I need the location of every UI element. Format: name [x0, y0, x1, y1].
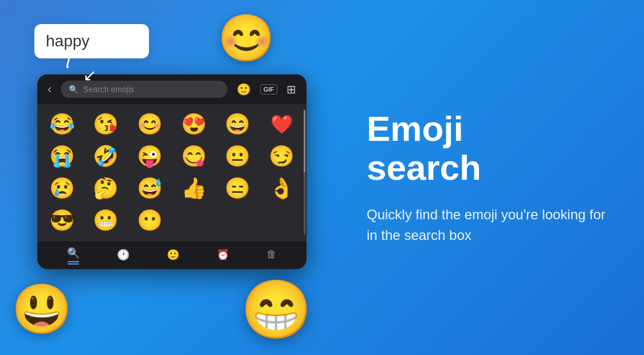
nav-delete-icon: 🗑	[266, 249, 277, 261]
emoji-cell[interactable]: 😏	[260, 141, 303, 172]
emoji-cell[interactable]: 😍	[172, 109, 215, 140]
search-icon: 🔍	[69, 85, 78, 94]
keyboard-panel: ‹ 🔍 Search emojis 🙂 GIF ⊞ 😂 😘 😊 😍 😄 ❤️ 😭…	[37, 74, 307, 269]
nav-smileys[interactable]: 🙂	[167, 249, 179, 261]
nav-search[interactable]: 🔍	[67, 247, 80, 262]
emoji-big-bottom: 😁	[241, 276, 312, 344]
emoji-cell[interactable]: 😊	[128, 109, 171, 140]
title-line2: search	[367, 148, 610, 187]
nav-objects-icon: ⏰	[217, 249, 229, 261]
emoji-grid: 😂 😘 😊 😍 😄 ❤️ 😭 🤣 😜 😋 😐 😏 😢 🤔 😅 👍 😑 👌	[37, 104, 307, 240]
nav-recent[interactable]: 🕐	[117, 249, 129, 261]
emoji-big-left: 😃	[11, 281, 72, 338]
emoji-cell[interactable]: 😂	[41, 109, 84, 140]
emoji-cell[interactable]: 😑	[217, 173, 260, 204]
search-bubble: happy	[34, 24, 149, 58]
emoji-cell-heart[interactable]: ❤️	[260, 109, 303, 140]
emoji-cell[interactable]: 👍	[172, 173, 215, 204]
right-panel: Emoji search Quickly find the emoji you'…	[332, 0, 644, 355]
scrollbar[interactable]	[304, 110, 305, 235]
emoji-cell[interactable]: 🤔	[85, 173, 128, 204]
emoji-cell[interactable]: 😢	[41, 173, 84, 204]
emoji-cell[interactable]: 😅	[128, 173, 171, 204]
keyboard-nav: 🔍 🕐 🙂 ⏰ 🗑	[37, 240, 307, 269]
emoji-cell[interactable]: 😋	[172, 141, 215, 172]
search-bubble-text: happy	[46, 32, 89, 50]
emoji-big-top: 😊	[218, 11, 275, 65]
emoji-grid-wrapper: 😂 😘 😊 😍 😄 ❤️ 😭 🤣 😜 😋 😐 😏 😢 🤔 😅 👍 😑 👌	[37, 104, 307, 240]
emoji-cell[interactable]: 👌	[260, 173, 303, 204]
emoji-picker-button[interactable]: 🙂	[233, 80, 254, 98]
subtitle: Quickly find the emoji you're looking fo…	[367, 204, 610, 246]
nav-objects[interactable]: ⏰	[217, 249, 229, 261]
emoji-cell	[217, 205, 260, 236]
emoji-cell[interactable]: 😐	[217, 141, 260, 172]
nav-search-icon: 🔍	[67, 247, 80, 259]
title-line1: Emoji	[367, 109, 610, 148]
scrollbar-thumb	[304, 110, 305, 172]
emoji-cell[interactable]: 😜	[128, 141, 171, 172]
gif-button[interactable]: GIF	[260, 84, 277, 94]
back-button[interactable]: ‹	[44, 82, 55, 97]
emoji-cell[interactable]: 😎	[41, 205, 84, 236]
emoji-cell[interactable]: 😘	[85, 109, 128, 140]
sticker-button[interactable]: ⊞	[283, 80, 300, 98]
emoji-cell	[260, 205, 303, 236]
nav-recent-icon: 🕐	[117, 249, 129, 261]
left-panel: happy ↙ 😊 ‹ 🔍 Search emojis 🙂 GIF ⊞ 😂 😘 …	[0, 0, 332, 355]
main-title: Emoji search	[367, 109, 610, 187]
emoji-cell	[172, 205, 215, 236]
emoji-cell[interactable]: 🤣	[85, 141, 128, 172]
nav-delete[interactable]: 🗑	[266, 249, 277, 261]
arrow-indicator: ↙	[83, 66, 96, 85]
nav-smileys-icon: 🙂	[167, 249, 179, 261]
emoji-cell[interactable]: 😶	[128, 205, 171, 236]
emoji-cell[interactable]: 😄	[217, 109, 260, 140]
emoji-cell[interactable]: 😬	[85, 205, 128, 236]
keyboard-header: ‹ 🔍 Search emojis 🙂 GIF ⊞	[37, 74, 307, 104]
search-placeholder-text: Search emojis	[83, 85, 134, 94]
emoji-cell[interactable]: 😭	[41, 141, 84, 172]
